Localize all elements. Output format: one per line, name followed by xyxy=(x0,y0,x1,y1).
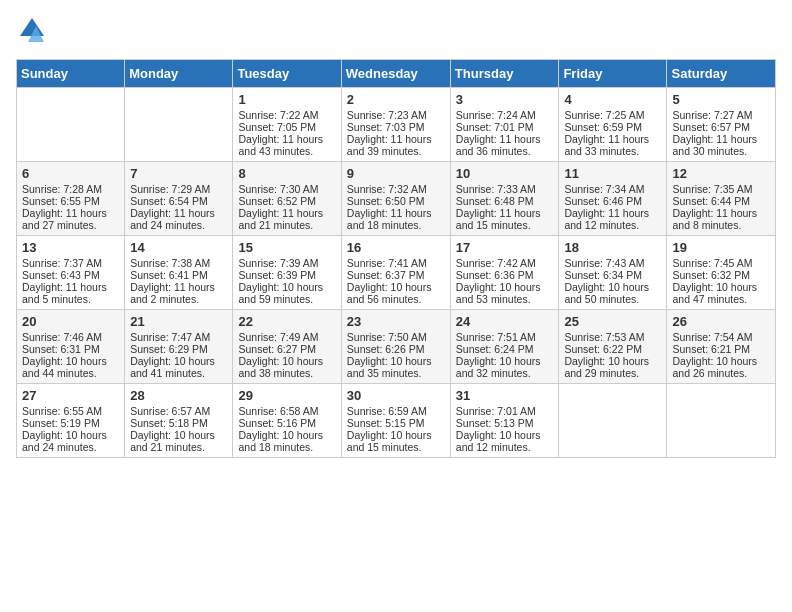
weekday-header-row: SundayMondayTuesdayWednesdayThursdayFrid… xyxy=(17,60,776,88)
day-info-line: Sunset: 6:44 PM xyxy=(672,195,770,207)
page-header xyxy=(16,16,776,49)
calendar-body: 1Sunrise: 7:22 AMSunset: 7:05 PMDaylight… xyxy=(17,88,776,458)
calendar-cell: 4Sunrise: 7:25 AMSunset: 6:59 PMDaylight… xyxy=(559,88,667,162)
day-info-line: Sunset: 6:32 PM xyxy=(672,269,770,281)
calendar-cell: 26Sunrise: 7:54 AMSunset: 6:21 PMDayligh… xyxy=(667,310,776,384)
day-number: 10 xyxy=(456,166,554,181)
day-info-line: Sunrise: 7:34 AM xyxy=(564,183,661,195)
day-number: 19 xyxy=(672,240,770,255)
day-info-line: Sunset: 5:13 PM xyxy=(456,417,554,429)
day-number: 9 xyxy=(347,166,445,181)
day-number: 12 xyxy=(672,166,770,181)
calendar-week-row: 6Sunrise: 7:28 AMSunset: 6:55 PMDaylight… xyxy=(17,162,776,236)
day-info-line: Sunrise: 7:51 AM xyxy=(456,331,554,343)
day-info-line: Sunset: 6:29 PM xyxy=(130,343,227,355)
calendar-cell: 7Sunrise: 7:29 AMSunset: 6:54 PMDaylight… xyxy=(125,162,233,236)
day-info-line: Daylight: 10 hours and 50 minutes. xyxy=(564,281,661,305)
day-info-line: Daylight: 11 hours and 12 minutes. xyxy=(564,207,661,231)
day-info-line: Sunset: 6:21 PM xyxy=(672,343,770,355)
day-info-line: Daylight: 10 hours and 41 minutes. xyxy=(130,355,227,379)
day-number: 7 xyxy=(130,166,227,181)
calendar-cell: 3Sunrise: 7:24 AMSunset: 7:01 PMDaylight… xyxy=(450,88,559,162)
calendar-cell xyxy=(559,384,667,458)
calendar-week-row: 27Sunrise: 6:55 AMSunset: 5:19 PMDayligh… xyxy=(17,384,776,458)
logo-text xyxy=(16,16,46,49)
day-number: 1 xyxy=(238,92,335,107)
day-info-line: Sunrise: 7:43 AM xyxy=(564,257,661,269)
day-number: 16 xyxy=(347,240,445,255)
calendar-week-row: 1Sunrise: 7:22 AMSunset: 7:05 PMDaylight… xyxy=(17,88,776,162)
day-info-line: Sunset: 6:31 PM xyxy=(22,343,119,355)
day-info-line: Sunset: 6:34 PM xyxy=(564,269,661,281)
day-number: 11 xyxy=(564,166,661,181)
calendar-cell: 21Sunrise: 7:47 AMSunset: 6:29 PMDayligh… xyxy=(125,310,233,384)
day-number: 4 xyxy=(564,92,661,107)
calendar-cell: 23Sunrise: 7:50 AMSunset: 6:26 PMDayligh… xyxy=(341,310,450,384)
day-info-line: Sunrise: 7:29 AM xyxy=(130,183,227,195)
day-number: 26 xyxy=(672,314,770,329)
calendar-week-row: 20Sunrise: 7:46 AMSunset: 6:31 PMDayligh… xyxy=(17,310,776,384)
day-info-line: Sunrise: 6:58 AM xyxy=(238,405,335,417)
calendar-cell: 27Sunrise: 6:55 AMSunset: 5:19 PMDayligh… xyxy=(17,384,125,458)
calendar-table: SundayMondayTuesdayWednesdayThursdayFrid… xyxy=(16,59,776,458)
day-info-line: Daylight: 11 hours and 33 minutes. xyxy=(564,133,661,157)
day-info-line: Daylight: 10 hours and 47 minutes. xyxy=(672,281,770,305)
day-info-line: Sunset: 5:19 PM xyxy=(22,417,119,429)
calendar-cell: 14Sunrise: 7:38 AMSunset: 6:41 PMDayligh… xyxy=(125,236,233,310)
day-info-line: Sunrise: 7:01 AM xyxy=(456,405,554,417)
calendar-cell: 9Sunrise: 7:32 AMSunset: 6:50 PMDaylight… xyxy=(341,162,450,236)
day-info-line: Sunset: 6:39 PM xyxy=(238,269,335,281)
day-info-line: Daylight: 10 hours and 35 minutes. xyxy=(347,355,445,379)
day-number: 2 xyxy=(347,92,445,107)
day-info-line: Sunrise: 7:35 AM xyxy=(672,183,770,195)
day-info-line: Sunrise: 7:50 AM xyxy=(347,331,445,343)
day-info-line: Sunrise: 7:38 AM xyxy=(130,257,227,269)
day-info-line: Daylight: 10 hours and 32 minutes. xyxy=(456,355,554,379)
calendar-cell: 28Sunrise: 6:57 AMSunset: 5:18 PMDayligh… xyxy=(125,384,233,458)
day-info-line: Sunrise: 7:28 AM xyxy=(22,183,119,195)
calendar-cell: 20Sunrise: 7:46 AMSunset: 6:31 PMDayligh… xyxy=(17,310,125,384)
day-number: 22 xyxy=(238,314,335,329)
day-info-line: Sunrise: 7:42 AM xyxy=(456,257,554,269)
logo xyxy=(16,16,46,49)
calendar-cell: 17Sunrise: 7:42 AMSunset: 6:36 PMDayligh… xyxy=(450,236,559,310)
day-info-line: Daylight: 11 hours and 24 minutes. xyxy=(130,207,227,231)
day-info-line: Sunset: 5:16 PM xyxy=(238,417,335,429)
day-info-line: Sunrise: 7:47 AM xyxy=(130,331,227,343)
day-info-line: Sunrise: 7:45 AM xyxy=(672,257,770,269)
weekday-header-cell: Tuesday xyxy=(233,60,341,88)
day-info-line: Sunset: 6:37 PM xyxy=(347,269,445,281)
day-info-line: Sunrise: 7:39 AM xyxy=(238,257,335,269)
day-info-line: Sunrise: 7:49 AM xyxy=(238,331,335,343)
day-info-line: Sunset: 6:55 PM xyxy=(22,195,119,207)
day-number: 25 xyxy=(564,314,661,329)
day-info-line: Sunrise: 7:37 AM xyxy=(22,257,119,269)
day-info-line: Sunset: 6:22 PM xyxy=(564,343,661,355)
day-info-line: Sunrise: 7:24 AM xyxy=(456,109,554,121)
calendar-cell: 16Sunrise: 7:41 AMSunset: 6:37 PMDayligh… xyxy=(341,236,450,310)
calendar-cell: 13Sunrise: 7:37 AMSunset: 6:43 PMDayligh… xyxy=(17,236,125,310)
calendar-cell: 1Sunrise: 7:22 AMSunset: 7:05 PMDaylight… xyxy=(233,88,341,162)
day-info-line: Daylight: 10 hours and 29 minutes. xyxy=(564,355,661,379)
day-number: 29 xyxy=(238,388,335,403)
day-info-line: Sunset: 6:50 PM xyxy=(347,195,445,207)
day-number: 24 xyxy=(456,314,554,329)
day-info-line: Sunrise: 7:46 AM xyxy=(22,331,119,343)
day-info-line: Sunset: 6:46 PM xyxy=(564,195,661,207)
calendar-cell: 29Sunrise: 6:58 AMSunset: 5:16 PMDayligh… xyxy=(233,384,341,458)
weekday-header-cell: Friday xyxy=(559,60,667,88)
day-info-line: Sunrise: 7:30 AM xyxy=(238,183,335,195)
logo-icon xyxy=(18,16,46,44)
calendar-cell: 31Sunrise: 7:01 AMSunset: 5:13 PMDayligh… xyxy=(450,384,559,458)
day-info-line: Sunrise: 6:57 AM xyxy=(130,405,227,417)
day-info-line: Daylight: 11 hours and 15 minutes. xyxy=(456,207,554,231)
calendar-cell: 5Sunrise: 7:27 AMSunset: 6:57 PMDaylight… xyxy=(667,88,776,162)
day-number: 20 xyxy=(22,314,119,329)
day-info-line: Daylight: 10 hours and 53 minutes. xyxy=(456,281,554,305)
day-info-line: Sunset: 6:59 PM xyxy=(564,121,661,133)
calendar-cell: 15Sunrise: 7:39 AMSunset: 6:39 PMDayligh… xyxy=(233,236,341,310)
day-number: 5 xyxy=(672,92,770,107)
day-info-line: Daylight: 11 hours and 18 minutes. xyxy=(347,207,445,231)
weekday-header-cell: Saturday xyxy=(667,60,776,88)
day-info-line: Sunrise: 7:54 AM xyxy=(672,331,770,343)
